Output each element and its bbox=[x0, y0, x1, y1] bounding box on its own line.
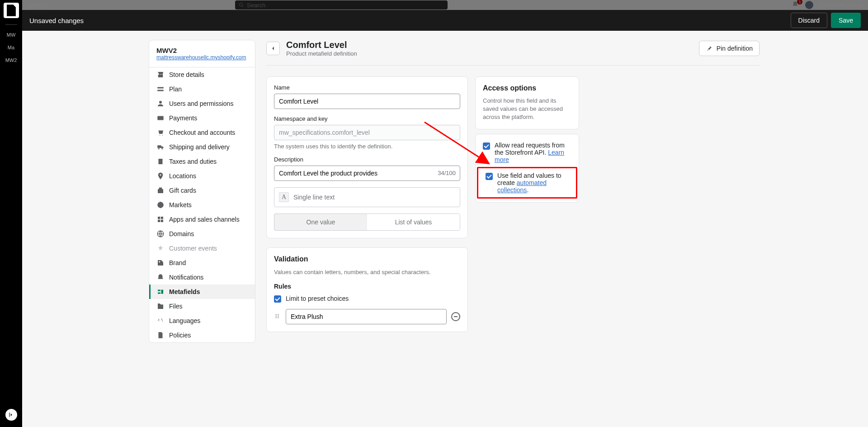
locations-icon bbox=[156, 172, 165, 180]
brand-icon bbox=[156, 259, 165, 267]
svg-rect-7 bbox=[158, 189, 163, 193]
policies-icon bbox=[156, 331, 165, 339]
choice-row bbox=[274, 309, 460, 324]
apps-icon bbox=[156, 215, 165, 223]
save-bar-title: Unsaved changes bbox=[29, 17, 84, 24]
settings-nav-payments[interactable]: Payments bbox=[149, 111, 255, 125]
settings-nav-store[interactable]: Store details bbox=[149, 67, 255, 82]
list-values-button[interactable]: List of values bbox=[367, 214, 460, 230]
rules-label: Rules bbox=[274, 283, 460, 290]
shipping-icon bbox=[156, 143, 165, 151]
settings-nav-users[interactable]: Users and permissions bbox=[149, 96, 255, 111]
description-input[interactable] bbox=[274, 166, 460, 181]
domains-icon bbox=[156, 230, 165, 238]
plan-icon bbox=[156, 85, 165, 93]
access-title: Access options bbox=[483, 84, 571, 92]
automated-collections-row: Use field and values to create automated… bbox=[478, 168, 576, 197]
settings-nav-notifications[interactable]: Notifications bbox=[149, 270, 255, 285]
preset-checkbox[interactable] bbox=[274, 295, 281, 303]
preset-label: Limit to preset choices bbox=[286, 295, 349, 302]
contextual-save-bar: Unsaved changes Discard Save bbox=[22, 10, 868, 31]
svg-rect-3 bbox=[157, 116, 164, 120]
name-label: Name bbox=[274, 84, 460, 91]
exit-button[interactable] bbox=[5, 409, 17, 421]
settings-nav-taxes[interactable]: Taxes and duties bbox=[149, 154, 255, 169]
settings-nav-plan[interactable]: Plan bbox=[149, 82, 255, 96]
svg-point-18 bbox=[278, 315, 278, 316]
svg-point-16 bbox=[278, 314, 278, 315]
page-subtitle: Product metafield definition bbox=[286, 50, 357, 57]
settings-nav-brand[interactable]: Brand bbox=[149, 256, 255, 270]
pin-definition-button[interactable]: Pin definition bbox=[699, 41, 760, 56]
settings-nav-shipping[interactable]: Shipping and delivery bbox=[149, 140, 255, 154]
settings-nav-locations[interactable]: Locations bbox=[149, 169, 255, 183]
text-type-icon: A bbox=[279, 192, 289, 202]
description-counter: 34/100 bbox=[438, 170, 456, 176]
pin-icon bbox=[706, 45, 713, 52]
svg-point-2 bbox=[159, 101, 162, 104]
access-checkboxes-card: Allow read requests from the Storefront … bbox=[475, 134, 579, 203]
storefront-api-row: Allow read requests from the Storefront … bbox=[476, 138, 579, 167]
back-button[interactable] bbox=[266, 42, 280, 55]
svg-point-5 bbox=[161, 148, 163, 149]
rail-store-ma[interactable]: Ma bbox=[3, 43, 19, 52]
payments-icon bbox=[156, 114, 165, 122]
description-label: Description bbox=[274, 156, 460, 163]
automated-collections-checkbox[interactable] bbox=[486, 173, 493, 180]
svg-point-4 bbox=[158, 148, 160, 149]
events-icon bbox=[156, 244, 165, 252]
settings-nav-domains[interactable]: Domains bbox=[149, 227, 255, 241]
validation-desc: Values can contain letters, numbers, and… bbox=[274, 269, 460, 275]
settings-nav-languages[interactable]: Languages bbox=[149, 313, 255, 328]
namespace-label: Namespace and key bbox=[274, 115, 460, 122]
rail-store-mw2[interactable]: MW2 bbox=[3, 55, 19, 65]
validation-title: Validation bbox=[274, 255, 460, 263]
rail-store-mw[interactable]: MW bbox=[3, 30, 19, 40]
settings-nav-checkout[interactable]: Checkout and accounts bbox=[149, 125, 255, 140]
settings-nav: MWV2 mattresswarehousellc.myshopify.com … bbox=[149, 40, 255, 343]
discard-button[interactable]: Discard bbox=[791, 13, 827, 28]
name-input[interactable] bbox=[274, 94, 460, 109]
access-options-card: Access options Control how this field an… bbox=[475, 76, 579, 129]
one-value-button[interactable]: One value bbox=[274, 214, 368, 231]
remove-choice-button[interactable] bbox=[451, 312, 460, 321]
shopify-logo[interactable] bbox=[4, 3, 19, 18]
users-icon bbox=[156, 100, 165, 108]
settings-nav-policies[interactable]: Policies bbox=[149, 328, 255, 342]
page-header: Comfort Level Product metafield definiti… bbox=[266, 40, 760, 65]
svg-rect-11 bbox=[158, 220, 160, 222]
access-desc: Control how this field and its saved val… bbox=[483, 97, 571, 122]
checkout-icon bbox=[156, 128, 165, 137]
drag-handle-icon[interactable] bbox=[274, 313, 281, 321]
settings-nav-gift[interactable]: Gift cards bbox=[149, 183, 255, 198]
settings-nav-metafields[interactable]: Metafields bbox=[149, 285, 255, 299]
svg-point-6 bbox=[160, 174, 161, 176]
nav-store-domain[interactable]: mattresswarehousellc.myshopify.com bbox=[156, 54, 248, 61]
settings-nav-apps[interactable]: Apps and sales channels bbox=[149, 212, 255, 227]
storefront-api-checkbox[interactable] bbox=[483, 142, 490, 150]
namespace-help: The system uses this to identify the def… bbox=[274, 143, 460, 150]
svg-point-15 bbox=[276, 314, 277, 315]
svg-rect-9 bbox=[158, 217, 160, 219]
svg-point-19 bbox=[276, 317, 277, 318]
choice-input[interactable] bbox=[286, 309, 447, 324]
svg-rect-12 bbox=[161, 220, 163, 222]
markets-icon bbox=[156, 201, 165, 209]
languages-icon bbox=[156, 317, 165, 325]
settings-nav-markets[interactable]: Markets bbox=[149, 198, 255, 212]
highlighted-annotation: Use field and values to create automated… bbox=[477, 167, 577, 199]
svg-point-17 bbox=[276, 315, 277, 316]
settings-nav-events[interactable]: Customer events bbox=[149, 241, 255, 256]
settings-nav-files[interactable]: Files bbox=[149, 299, 255, 313]
files-icon bbox=[156, 302, 165, 310]
value-mode-segment: One value List of values bbox=[274, 214, 460, 231]
type-selector[interactable]: A Single line text bbox=[274, 187, 460, 207]
nav-store-title: MWV2 bbox=[156, 47, 248, 54]
save-button[interactable]: Save bbox=[831, 13, 861, 28]
svg-point-14 bbox=[159, 261, 160, 262]
validation-card: Validation Values can contain letters, n… bbox=[266, 247, 468, 332]
svg-rect-10 bbox=[161, 217, 163, 219]
left-rail: MW Ma MW2 bbox=[0, 0, 22, 427]
namespace-input bbox=[274, 125, 460, 140]
taxes-icon bbox=[156, 157, 165, 166]
